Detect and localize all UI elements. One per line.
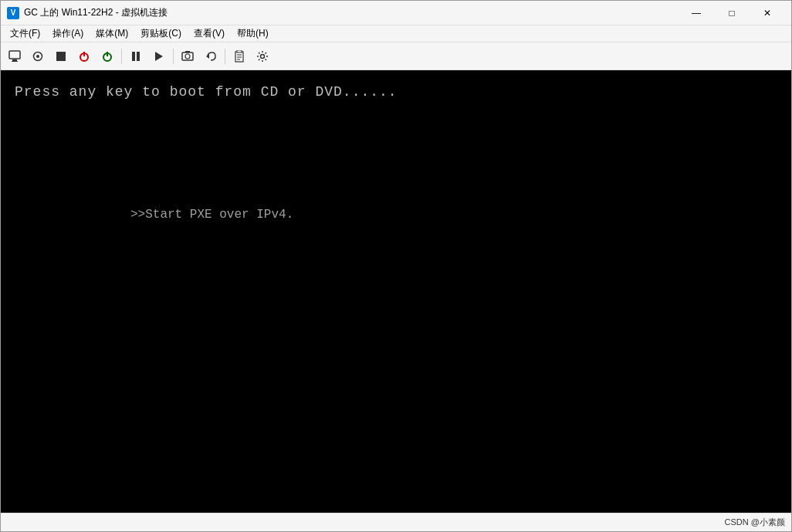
svg-rect-11 (137, 52, 140, 61)
menu-help[interactable]: 帮助(H) (231, 25, 275, 42)
status-right-text: CSDN @小素颜 (725, 517, 785, 528)
close-button[interactable]: ✕ (750, 1, 785, 25)
menu-view[interactable]: 查看(V) (188, 25, 231, 42)
svg-rect-0 (9, 51, 20, 59)
main-window: V GC 上的 Win11-22H2 - 虚拟机连接 — □ ✕ 文件(F) 操… (0, 0, 792, 532)
window-controls: — □ ✕ (679, 1, 785, 25)
power-button[interactable] (73, 46, 95, 67)
minimize-button[interactable]: — (679, 1, 714, 25)
status-bar: CSDN @小素颜 (1, 513, 791, 531)
pause-button[interactable] (125, 46, 147, 67)
toolbar-sep-1 (121, 49, 122, 64)
maximize-button[interactable]: □ (714, 1, 750, 25)
svg-marker-12 (155, 52, 163, 61)
svg-rect-1 (12, 59, 17, 61)
boot-message: Press any key to boot from CD or DVD....… (15, 84, 785, 100)
pxe-message: >>Start PXE over IPv4. (130, 208, 785, 222)
svg-rect-5 (56, 52, 66, 61)
window-title: GC 上的 Win11-22H2 - 虚拟机连接 (24, 6, 679, 19)
toolbar-sep-2 (173, 49, 174, 64)
menu-clipboard[interactable]: 剪贴板(C) (134, 25, 188, 42)
revert-button[interactable] (27, 46, 49, 67)
window-icon: V (7, 7, 19, 19)
svg-rect-2 (12, 61, 18, 62)
vm-screen[interactable]: Press any key to boot from CD or DVD....… (1, 70, 791, 513)
settings-button[interactable] (252, 46, 273, 67)
menu-media[interactable]: 媒体(M) (90, 25, 134, 42)
svg-point-22 (261, 54, 265, 58)
monitor-button[interactable] (4, 46, 25, 67)
svg-point-14 (185, 54, 190, 59)
toolbar-sep-3 (225, 49, 225, 64)
clipboard-button[interactable] (228, 46, 250, 67)
stop-button[interactable] (50, 46, 72, 67)
toolbar (1, 42, 791, 70)
svg-point-4 (36, 55, 39, 58)
menu-bar: 文件(F) 操作(A) 媒体(M) 剪贴板(C) 查看(V) 帮助(H) (1, 25, 791, 42)
svg-rect-15 (185, 51, 190, 53)
svg-rect-18 (237, 50, 242, 53)
title-bar: V GC 上的 Win11-22H2 - 虚拟机连接 — □ ✕ (1, 1, 791, 25)
menu-file[interactable]: 文件(F) (4, 25, 46, 42)
svg-rect-10 (132, 52, 135, 61)
undo-button[interactable] (200, 46, 222, 67)
menu-action[interactable]: 操作(A) (46, 25, 90, 42)
reset-button[interactable] (96, 46, 118, 67)
resume-button[interactable] (148, 46, 170, 67)
screenshot-button[interactable] (177, 46, 198, 67)
